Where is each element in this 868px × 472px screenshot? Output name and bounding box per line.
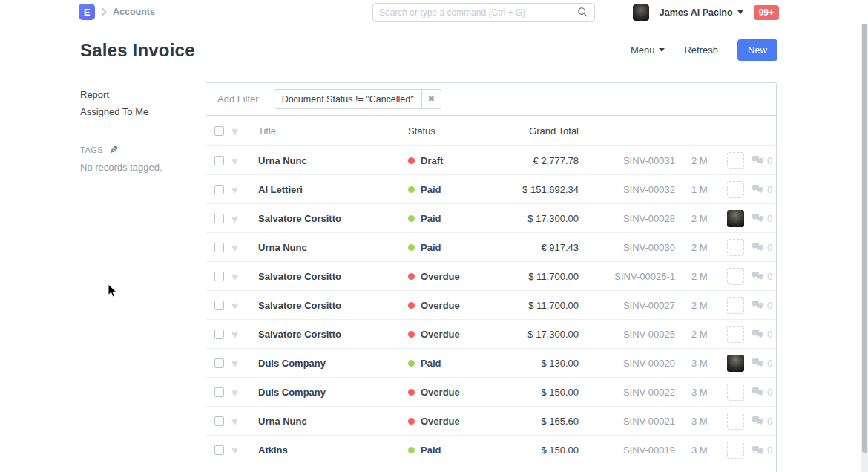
- invoice-id[interactable]: SINV-00019: [579, 445, 675, 456]
- table-row[interactable]: ♥ Salvatore Corsitto Overdue $ 11,700.00…: [206, 291, 776, 320]
- invoice-id[interactable]: SINV-00022: [579, 387, 675, 398]
- table-row[interactable]: ♥ Salvatore Corsitto Overdue $ 11,700.00…: [206, 262, 776, 291]
- row-checkbox[interactable]: [214, 185, 224, 194]
- invoice-id[interactable]: SINV-00030: [579, 242, 675, 253]
- assign-avatar[interactable]: [727, 297, 744, 314]
- invoice-id[interactable]: SINV-00020: [579, 358, 675, 369]
- table-row[interactable]: ♥ Urna Nunc Paid € 917.43 SINV-00030 2 M…: [206, 233, 776, 262]
- table-row[interactable]: ♥ Urna Nunc Draft € 2,777.78 SINV-00031 …: [206, 146, 776, 175]
- row-checkbox[interactable]: [214, 214, 224, 223]
- invoice-title[interactable]: Salvatore Corsitto: [258, 271, 408, 282]
- assign-avatar[interactable]: [727, 181, 744, 198]
- table-row[interactable]: ♥ Atkins Paid $ 150.00 SINV-00019 3 M 0: [206, 436, 776, 465]
- row-checkbox[interactable]: [214, 243, 224, 252]
- invoice-title[interactable]: Duis Company: [258, 358, 408, 369]
- assign-avatar[interactable]: [727, 268, 744, 285]
- invoice-title[interactable]: Salvatore Corsitto: [258, 329, 408, 340]
- row-checkbox[interactable]: [214, 301, 224, 310]
- search-input[interactable]: [379, 7, 577, 18]
- row-checkbox[interactable]: [214, 387, 224, 397]
- table-row[interactable]: ♥ Salvatore Corsitto Paid $ 17,300.00 SI…: [206, 204, 776, 233]
- user-menu[interactable]: James Al Pacino: [660, 7, 743, 18]
- like-heart-icon[interactable]: ♥: [231, 184, 243, 195]
- assign-avatar[interactable]: [727, 355, 744, 372]
- row-checkbox[interactable]: [214, 358, 224, 368]
- column-header-title[interactable]: Title: [258, 125, 408, 137]
- new-button[interactable]: New: [737, 39, 777, 61]
- breadcrumb[interactable]: Accounts: [113, 7, 155, 17]
- invoice-title[interactable]: Al Lettieri: [258, 184, 408, 195]
- like-heart-icon[interactable]: ♥: [231, 387, 243, 398]
- table-row[interactable]: ♥ Duis Company Paid $ 130.00 SINV-00020 …: [206, 349, 776, 378]
- scrollbar-thumb[interactable]: [862, 0, 867, 453]
- comment-count[interactable]: 0: [752, 445, 772, 456]
- invoice-id[interactable]: SINV-00027: [579, 300, 675, 311]
- like-heart-icon[interactable]: ♥: [231, 300, 243, 311]
- like-heart-icon[interactable]: ♥: [231, 155, 243, 166]
- search-icon[interactable]: [577, 7, 588, 18]
- assign-avatar[interactable]: [727, 413, 744, 430]
- sidebar-item-report[interactable]: Report: [80, 86, 191, 103]
- assign-avatar[interactable]: [727, 239, 744, 256]
- invoice-title[interactable]: Urna Nunc: [258, 416, 408, 427]
- edit-tags-pencil-icon[interactable]: ✎: [109, 144, 118, 156]
- like-heart-icon[interactable]: ♥: [231, 329, 243, 340]
- assign-avatar[interactable]: [727, 384, 744, 401]
- invoice-id[interactable]: SINV-00028: [579, 213, 675, 224]
- invoice-title[interactable]: Urna Nunc: [258, 155, 408, 166]
- window-scrollbar[interactable]: [861, 0, 868, 472]
- like-filter-heart-icon[interactable]: ♥: [231, 125, 243, 137]
- invoice-title[interactable]: Salvatore Corsitto: [258, 300, 408, 311]
- column-header-grand-total[interactable]: Grand Total: [490, 125, 579, 137]
- assign-avatar[interactable]: [727, 442, 744, 459]
- row-checkbox[interactable]: [214, 330, 224, 339]
- like-heart-icon[interactable]: ♥: [231, 242, 243, 253]
- table-row[interactable]: ♥ Urna Nunc Overdue $ 165.60 SINV-00021 …: [206, 407, 776, 436]
- like-heart-icon[interactable]: ♥: [231, 445, 243, 456]
- invoice-id[interactable]: SINV-00032: [579, 184, 675, 195]
- invoice-id[interactable]: SINV-00025: [579, 329, 675, 340]
- comment-count[interactable]: 0: [752, 213, 772, 224]
- comment-count[interactable]: 0: [752, 358, 772, 369]
- column-header-status[interactable]: Status: [408, 125, 490, 137]
- invoice-id[interactable]: SINV-00026-1: [579, 271, 675, 282]
- user-avatar[interactable]: [633, 4, 649, 21]
- row-checkbox[interactable]: [214, 272, 224, 281]
- comment-count[interactable]: 0: [752, 329, 772, 340]
- comment-count[interactable]: 0: [752, 242, 772, 253]
- table-row[interactable]: ♥ Salvatore Corsitto Overdue $ 17,300.00…: [206, 320, 776, 349]
- invoice-id[interactable]: SINV-00031: [579, 155, 675, 166]
- assign-avatar[interactable]: [727, 210, 744, 227]
- invoice-id[interactable]: SINV-00021: [579, 416, 675, 427]
- invoice-title[interactable]: Atkins: [258, 445, 408, 456]
- comment-count[interactable]: 0: [752, 184, 772, 195]
- like-heart-icon[interactable]: ♥: [231, 213, 243, 224]
- select-all-checkbox[interactable]: [214, 126, 224, 136]
- row-checkbox[interactable]: [214, 416, 224, 426]
- like-heart-icon[interactable]: ♥: [231, 271, 243, 282]
- row-checkbox[interactable]: [214, 445, 224, 455]
- app-logo[interactable]: E: [79, 4, 95, 20]
- notifications-badge[interactable]: 99+: [754, 5, 779, 20]
- invoice-title[interactable]: Duis Company: [258, 387, 408, 398]
- assign-avatar[interactable]: [727, 326, 744, 343]
- sidebar-item-assigned-to-me[interactable]: Assigned To Me: [80, 103, 191, 120]
- invoice-title[interactable]: Salvatore Corsitto: [258, 213, 408, 224]
- comment-count[interactable]: 0: [752, 300, 772, 311]
- row-checkbox[interactable]: [214, 156, 224, 165]
- comment-count[interactable]: 0: [752, 416, 772, 427]
- invoice-title[interactable]: Urna Nunc: [258, 242, 408, 253]
- comment-count[interactable]: 0: [752, 271, 772, 282]
- table-row[interactable]: ♥ Al Lettieri Paid $ 151,692.34 SINV-000…: [206, 175, 776, 204]
- like-heart-icon[interactable]: ♥: [231, 358, 243, 369]
- table-row[interactable]: ♥ Duis Company Overdue $ 150.00 SINV-000…: [206, 378, 776, 407]
- add-filter-button[interactable]: Add Filter: [217, 94, 259, 105]
- filter-chip-label[interactable]: Document Status != "Cancelled": [274, 90, 421, 108]
- like-heart-icon[interactable]: ♥: [231, 416, 243, 427]
- menu-button[interactable]: Menu: [631, 45, 665, 56]
- comment-count[interactable]: 0: [752, 387, 772, 398]
- comment-count[interactable]: 0: [752, 155, 772, 166]
- assign-avatar[interactable]: [727, 152, 744, 169]
- remove-filter-icon[interactable]: ✖: [421, 90, 441, 108]
- refresh-button[interactable]: Refresh: [684, 45, 718, 56]
